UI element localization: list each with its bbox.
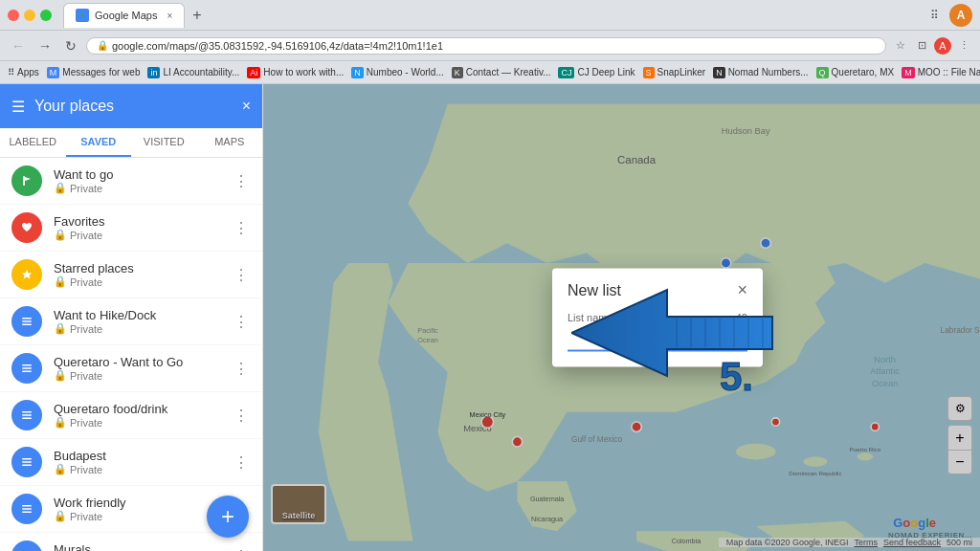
list-item[interactable]: Want to go 🔒Private ⋮ bbox=[0, 158, 262, 205]
url-bar[interactable]: 🔒 google.com/maps/@35.0831592,-94.516910… bbox=[86, 37, 886, 55]
bookmark-li[interactable]: in LI Accountability... bbox=[147, 67, 239, 78]
back-button[interactable]: ← bbox=[8, 36, 29, 55]
bookmark-icon[interactable]: ☆ bbox=[892, 37, 909, 55]
tab-labeled[interactable]: LABELED bbox=[0, 128, 66, 157]
item-name: Murals bbox=[54, 542, 220, 551]
dialog-body: List name 40 bbox=[552, 308, 763, 367]
item-more-button[interactable]: ⋮ bbox=[232, 217, 251, 239]
list-item[interactable]: Starred places 🔒Private ⋮ bbox=[0, 252, 262, 298]
item-sub: 🔒Private bbox=[54, 276, 220, 288]
item-more-button[interactable]: ⋮ bbox=[232, 405, 251, 427]
tab-saved[interactable]: SAVED bbox=[66, 128, 132, 157]
dialog-header: New list × bbox=[552, 269, 763, 308]
bookmark-cj[interactable]: CJ CJ Deep Link bbox=[558, 67, 635, 78]
maximize-window-button[interactable] bbox=[40, 10, 52, 21]
active-tab[interactable]: Google Maps × bbox=[63, 3, 185, 28]
url-text: google.com/maps/@35.0831592,-94.5169106,… bbox=[112, 40, 443, 52]
traffic-lights bbox=[8, 10, 52, 21]
item-sub: 🔒Private bbox=[54, 510, 220, 522]
item-more-button[interactable]: ⋮ bbox=[232, 311, 251, 333]
tab-bar: Google Maps × + bbox=[63, 3, 919, 28]
item-more-button[interactable]: ⋮ bbox=[232, 545, 251, 552]
close-window-button[interactable] bbox=[8, 10, 19, 21]
svg-rect-6 bbox=[22, 364, 32, 366]
new-tab-button[interactable]: + bbox=[189, 7, 205, 24]
item-name: Queretaro food/drink bbox=[54, 402, 220, 416]
list-item[interactable]: Queretaro food/drink 🔒Private ⋮ bbox=[0, 392, 262, 439]
svg-rect-13 bbox=[22, 461, 32, 463]
item-icon-list bbox=[11, 540, 42, 551]
tab-close-button[interactable]: × bbox=[167, 11, 172, 21]
svg-rect-9 bbox=[22, 411, 32, 413]
refresh-button[interactable]: ↻ bbox=[61, 36, 80, 55]
tab-favicon bbox=[76, 9, 89, 22]
minimize-window-button[interactable] bbox=[24, 10, 35, 21]
dialog-close-button[interactable]: × bbox=[737, 280, 747, 300]
dialog-title: New list bbox=[568, 281, 621, 298]
tab-visited[interactable]: VISITED bbox=[131, 128, 197, 157]
lock-icon: 🔒 bbox=[97, 40, 108, 51]
browser-frame: Google Maps × + ⠿ A ← → ↻ 🔒 google.com/m… bbox=[0, 0, 980, 551]
item-icon-star bbox=[11, 259, 42, 290]
svg-rect-7 bbox=[22, 367, 32, 369]
sidebar-close-button[interactable]: × bbox=[242, 98, 251, 115]
item-icon-list bbox=[11, 400, 42, 430]
item-icon-list bbox=[11, 353, 42, 384]
browser-right-icons: ⠿ A bbox=[924, 4, 972, 27]
svg-rect-11 bbox=[22, 418, 32, 420]
map-wrapper: North Atlantic Ocean Canada Hudson Bay U… bbox=[263, 84, 980, 551]
item-name: Starred places bbox=[54, 261, 220, 276]
item-icon-list bbox=[11, 306, 42, 337]
bookmark-moo[interactable]: M MOO :: File Namin... bbox=[902, 67, 980, 78]
svg-rect-16 bbox=[22, 508, 32, 510]
item-sub: 🔒Private bbox=[54, 229, 220, 241]
address-bar: ← → ↻ 🔒 google.com/maps/@35.0831592,-94.… bbox=[0, 31, 980, 61]
item-sub: 🔒Private bbox=[54, 416, 220, 429]
list-name-input[interactable] bbox=[568, 327, 747, 352]
item-name: Queretaro - Want to Go bbox=[54, 355, 220, 369]
svg-marker-2 bbox=[22, 270, 32, 279]
item-name: Favorites bbox=[54, 214, 220, 229]
bookmark-adobe[interactable]: Ai How to work with... bbox=[247, 67, 344, 78]
list-item[interactable]: Favorites 🔒Private ⋮ bbox=[0, 205, 262, 252]
svg-rect-4 bbox=[22, 320, 32, 322]
list-item[interactable]: Want to Hike/Dock 🔒Private ⋮ bbox=[0, 298, 262, 345]
item-more-button[interactable]: ⋮ bbox=[232, 264, 251, 286]
bookmark-contact[interactable]: K Contact — Kreativ... bbox=[452, 67, 551, 78]
item-icon-flag bbox=[11, 165, 42, 196]
sidebar: ☰ Your places × LABELED SAVED VISITED MA… bbox=[0, 84, 263, 551]
hamburger-menu-icon[interactable]: ☰ bbox=[11, 98, 25, 116]
dialog-field-label: List name 40 bbox=[568, 312, 747, 323]
bookmark-queretaro[interactable]: Q Queretaro, MX bbox=[816, 67, 895, 78]
item-icon-heart bbox=[11, 212, 42, 243]
item-more-button[interactable]: ⋮ bbox=[232, 452, 251, 474]
add-list-button[interactable]: + bbox=[207, 496, 249, 538]
svg-rect-17 bbox=[22, 512, 32, 514]
account-icon[interactable]: A bbox=[934, 37, 951, 55]
item-more-button[interactable]: ⋮ bbox=[232, 358, 251, 380]
item-sub: 🔒Private bbox=[54, 463, 220, 475]
bookmark-messages[interactable]: M Messages for web bbox=[47, 67, 141, 78]
list-item[interactable]: Queretaro - Want to Go 🔒Private ⋮ bbox=[0, 345, 262, 392]
map-area[interactable]: North Atlantic Ocean Canada Hudson Bay U… bbox=[263, 84, 980, 551]
bookmark-apps[interactable]: ⠿ Apps bbox=[8, 67, 39, 77]
svg-rect-5 bbox=[22, 324, 32, 326]
grid-icon[interactable]: ⠿ bbox=[924, 6, 944, 25]
sidebar-tabs: LABELED SAVED VISITED MAPS bbox=[0, 128, 262, 158]
item-more-button[interactable]: ⋮ bbox=[232, 170, 251, 192]
item-name: Budapest bbox=[54, 449, 220, 463]
extensions-icon[interactable]: ⊡ bbox=[913, 37, 930, 55]
tab-maps[interactable]: MAPS bbox=[197, 128, 263, 157]
bookmark-nomad[interactable]: N Nomad Numbers... bbox=[713, 67, 808, 78]
dialog-overlay: New list × List name 40 bbox=[263, 84, 980, 551]
forward-button[interactable]: → bbox=[34, 36, 56, 55]
list-item[interactable]: Budapest 🔒Private ⋮ bbox=[0, 439, 262, 486]
svg-rect-15 bbox=[22, 505, 32, 507]
bookmark-numbeo[interactable]: N Numbeo - World... bbox=[351, 67, 443, 78]
user-avatar[interactable]: A bbox=[949, 4, 972, 27]
more-icon[interactable]: ⋮ bbox=[955, 37, 972, 55]
item-name: Want to Hike/Dock bbox=[54, 308, 220, 322]
address-actions: ☆ ⊡ A ⋮ bbox=[892, 37, 972, 55]
bookmark-snap[interactable]: S SnapLinker bbox=[643, 67, 706, 78]
item-sub: 🔒Private bbox=[54, 369, 220, 382]
